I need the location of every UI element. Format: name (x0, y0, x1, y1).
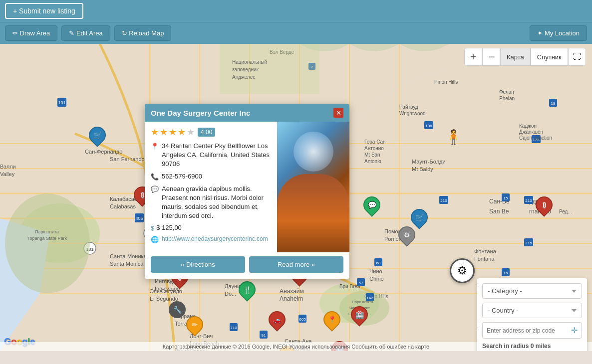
map-marker[interactable]: 📍 (323, 311, 340, 328)
popup-title: One Day Surgery Center Inc (151, 109, 250, 117)
svg-text:Mt San: Mt San (364, 152, 380, 158)
popup-header: One Day Surgery Center Inc ✕ (145, 104, 349, 122)
expand-map-button[interactable]: ⛶ (568, 48, 586, 66)
draw-area-button[interactable]: ✏ Draw Area (5, 25, 57, 41)
svg-text:Antonio: Antonio (364, 159, 381, 164)
svg-text:Сан-Фернандо: Сан-Фернандо (85, 149, 122, 155)
price-icon: $ (151, 224, 154, 232)
svg-text:Santa Monica: Santa Monica (110, 261, 144, 267)
satellite-type-button[interactable]: Спутник (531, 48, 568, 66)
phone-icon: 📞 (151, 173, 159, 182)
map-type-button[interactable]: Карта (500, 48, 531, 66)
map-container: 101 405 Санта-Моника Santa Monica Торран… (0, 44, 592, 351)
svg-text:Гора Сан: Гора Сан (364, 139, 386, 145)
map-marker[interactable]: 🏥 (351, 306, 368, 323)
address-input-row: ✛ (482, 322, 582, 339)
listing-popup: One Day Surgery Center Inc ✕ ★ ★ ★ ★ ★ 4… (145, 104, 349, 279)
svg-text:18: 18 (551, 101, 556, 106)
popup-phone: 562-579-6900 (162, 172, 202, 181)
map-marker[interactable]: ✏ (186, 316, 203, 333)
svg-text:Маунт-Болди: Маунт-Болди (412, 159, 446, 165)
svg-text:Каджон: Каджон (519, 123, 537, 129)
svg-text:605: 605 (299, 317, 306, 322)
phone-row: 📞 562-579-6900 (151, 172, 271, 182)
svg-text:Дауни: Дауни (225, 283, 240, 289)
attribution-text: Картографические данные © 2016 Google, I… (163, 344, 429, 350)
star-2: ★ (160, 127, 168, 138)
svg-text:Джанкшен: Джанкшен (519, 129, 543, 135)
price-row: $ $ 125,00 (151, 224, 271, 232)
map-marker[interactable]: 🛒 (89, 127, 106, 144)
map-marker[interactable]: 🔧 (169, 301, 186, 318)
address-input[interactable] (483, 324, 567, 338)
svg-text:Анахайм: Анахайм (280, 288, 304, 295)
map-marker[interactable]: 🚗 (269, 311, 286, 328)
svg-text:142: 142 (366, 296, 373, 300)
submit-listing-button[interactable]: + Submit new listing (5, 3, 83, 19)
my-location-button[interactable]: ✦ My Location (530, 25, 587, 41)
svg-text:Phelan: Phelan (499, 96, 515, 101)
popup-image (277, 122, 349, 252)
svg-text:San Fernando: San Fernando (110, 156, 145, 162)
map-marker[interactable]: ₿ (536, 196, 553, 213)
map-marker[interactable]: ⚙ (398, 226, 415, 243)
zoom-in-button[interactable]: + (464, 48, 482, 66)
locate-button[interactable]: ✛ (567, 323, 582, 338)
svg-text:Фонтана: Фонтана (474, 248, 497, 254)
svg-text:215: 215 (525, 241, 532, 245)
map-marker[interactable]: 🍴 (239, 281, 256, 298)
star-5: ★ (187, 127, 195, 138)
address-row: 📍 34 Raritan Center Pky Bellflower Los A… (151, 142, 271, 169)
popup-description: Aenean gravida dapibus mollis. Praesent … (162, 184, 271, 221)
radius-label: Search in radius 0 miles (482, 343, 582, 350)
website-row: 🌐 http://www.onedaysurgerycenterinc.com (151, 235, 271, 244)
popup-close-button[interactable]: ✕ (333, 108, 343, 118)
svg-text:Chino: Chino (369, 276, 384, 282)
directions-button[interactable]: « Directions (151, 256, 245, 273)
globe-icon: 🌐 (151, 235, 159, 244)
popup-body: ★ ★ ★ ★ ★ 4.00 📍 34 Raritan Center Pky B… (145, 122, 349, 252)
svg-text:Ред...: Ред... (559, 209, 572, 214)
star-3: ★ (169, 127, 177, 138)
svg-text:Анджелес: Анджелес (232, 74, 255, 80)
svg-text:15: 15 (504, 271, 508, 275)
popup-info: ★ ★ ★ ★ ★ 4.00 📍 34 Raritan Center Pky B… (145, 122, 277, 252)
svg-text:заповедник: заповедник (232, 67, 259, 72)
map-marker[interactable]: 💬 (363, 196, 380, 213)
svg-text:57: 57 (359, 281, 363, 285)
zoom-out-button[interactable]: − (482, 48, 500, 66)
svg-text:710: 710 (230, 326, 237, 330)
svg-text:Чино: Чино (369, 268, 382, 274)
svg-text:Anaheim: Anaheim (280, 295, 303, 302)
svg-text:405: 405 (135, 216, 143, 221)
svg-text:Mt Baldy: Mt Baldy (412, 166, 433, 172)
svg-text:Парк штата: Парк штата (35, 229, 59, 234)
category-select[interactable]: - Category - (482, 283, 582, 299)
street-view-pegman[interactable]: 🧍 (445, 129, 462, 145)
popup-address: 34 Raritan Center Pky Bellflower Los Ang… (162, 142, 271, 169)
star-1: ★ (151, 127, 159, 138)
reload-map-button[interactable]: ↻ Reload Map (114, 25, 172, 41)
svg-text:Do...: Do... (225, 291, 236, 297)
svg-text:Cajon Junction: Cajon Junction (519, 135, 552, 141)
map-toolbar: ✏ Draw Area ✎ Edit Area ↻ Reload Map ✦ M… (0, 22, 592, 44)
map-filter-icon[interactable]: ⚙ (450, 258, 475, 283)
location-icon: 📍 (151, 142, 159, 151)
svg-text:Санта-Моника: Санта-Моника (110, 253, 147, 259)
country-select[interactable]: - Country - (482, 303, 582, 318)
edit-area-button[interactable]: ✎ Edit Area (61, 25, 110, 41)
svg-text:Wrightwood: Wrightwood (399, 111, 426, 116)
map-marker[interactable]: 🛒 (411, 209, 428, 226)
svg-text:Valley: Valley (0, 171, 15, 177)
rating-badge: 4.00 (198, 128, 215, 137)
svg-text:101: 101 (58, 100, 65, 105)
description-row: 💬 Aenean gravida dapibus mollis. Praesen… (151, 184, 271, 221)
svg-text:Pinon Hills: Pinon Hills (434, 79, 458, 85)
svg-text:Calabasas: Calabasas (110, 203, 136, 209)
read-more-button[interactable]: Read more » (249, 256, 343, 273)
svg-point-67 (5, 193, 90, 293)
svg-text:San Be: San Be (489, 208, 509, 215)
popup-website[interactable]: http://www.onedaysurgerycenterinc.com (162, 235, 268, 243)
svg-text:Topanga State Park: Topanga State Park (27, 236, 67, 241)
svg-text:Антонио: Антонио (364, 146, 384, 151)
